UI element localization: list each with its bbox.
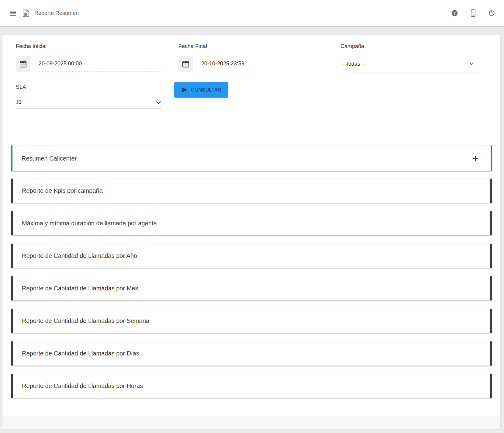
- campana-select[interactable]: -- Todas --: [340, 56, 478, 72]
- topbar-actions: ?: [451, 9, 495, 17]
- fecha-inicial-label: Fecha Inicial: [16, 43, 161, 50]
- panel-resumen-callcenter[interactable]: Resumen Callcenter +: [11, 145, 492, 171]
- content-card: Fecha Inicial: [2, 35, 500, 429]
- panel-title: Resumen Callcenter: [22, 155, 77, 162]
- mobile-button[interactable]: [471, 9, 475, 17]
- chevron-down-icon: [156, 100, 161, 105]
- sla-selected-value: 10: [16, 100, 21, 105]
- panel-llamadas-mes[interactable]: Reporte de Cantidad de Llamadas por Mes: [11, 276, 492, 300]
- card-footer: [2, 416, 500, 429]
- calendar-icon: [20, 61, 26, 68]
- panel-title: Máxima y mínima duración de llamada por …: [22, 220, 157, 227]
- filters-section: Fecha Inicial: [2, 35, 500, 109]
- fecha-final-calendar-button[interactable]: [178, 56, 193, 72]
- mobile-device-icon: [471, 9, 475, 17]
- sla-label: SLA: [16, 84, 161, 90]
- fecha-final-group: Fecha Final: [178, 43, 324, 72]
- campana-selected-value: -- Todas --: [340, 61, 365, 67]
- fecha-inicial-calendar-button[interactable]: [16, 56, 30, 72]
- panel-llamadas-semana[interactable]: Reporte de Cantidad de Llamadas por Sema…: [11, 309, 492, 333]
- page-title: Reporte Resumen: [34, 10, 79, 16]
- hamburger-menu-button[interactable]: [10, 11, 16, 16]
- help-button[interactable]: ?: [451, 10, 458, 16]
- fecha-final-label: Fecha Final: [178, 43, 324, 50]
- panel-title: Reporte de Kpis por campaña: [22, 187, 103, 194]
- fecha-final-input[interactable]: [201, 61, 324, 67]
- hamburger-icon: [10, 11, 16, 16]
- panel-llamadas-anio[interactable]: Reporte de Cantidad de Llamadas por Año: [11, 244, 492, 268]
- chevron-down-icon: [469, 62, 474, 65]
- report-file-icon: [23, 9, 29, 17]
- fecha-inicial-group: Fecha Inicial: [16, 43, 161, 72]
- panel-kpis-campana[interactable]: Reporte de Kpis por campaña: [11, 178, 492, 203]
- panel-title: Reporte de Cantidad de Llamadas por Hora…: [22, 383, 143, 390]
- calendar-icon: [182, 61, 189, 68]
- panel-title: Reporte de Cantidad de Llamadas por Sema…: [22, 317, 149, 324]
- panel-title: Reporte de Cantidad de Llamadas por Año: [22, 252, 137, 259]
- plus-icon[interactable]: +: [472, 153, 478, 164]
- consultar-button-label: CONSULTAR: [191, 87, 221, 93]
- reports-accordion: Resumen Callcenter + Reporte de Kpis por…: [2, 145, 500, 398]
- sla-group: SLA 10: [16, 84, 161, 109]
- topbar: Reporte Resumen ?: [0, 0, 504, 26]
- campana-label: Campaña: [340, 43, 478, 50]
- panel-title: Reporte de Cantidad de Llamadas por Días: [22, 350, 139, 357]
- consultar-button[interactable]: CONSULTAR: [174, 82, 228, 98]
- panel-max-min-duracion[interactable]: Máxima y mínima duración de llamada por …: [11, 211, 492, 235]
- panel-llamadas-horas[interactable]: Reporte de Cantidad de Llamadas por Hora…: [11, 374, 492, 398]
- campana-group: Campaña -- Todas --: [340, 43, 478, 72]
- panel-llamadas-dias[interactable]: Reporte de Cantidad de Llamadas por Días: [11, 341, 492, 365]
- svg-text:?: ?: [454, 11, 456, 16]
- help-circle-icon: ?: [451, 10, 458, 16]
- paper-plane-icon: [181, 87, 188, 93]
- sla-select[interactable]: 10: [16, 96, 161, 109]
- fecha-inicial-input[interactable]: [39, 61, 161, 67]
- panel-title: Reporte de Cantidad de Llamadas por Mes: [22, 285, 138, 292]
- power-icon: [488, 10, 495, 16]
- power-button[interactable]: [488, 10, 495, 16]
